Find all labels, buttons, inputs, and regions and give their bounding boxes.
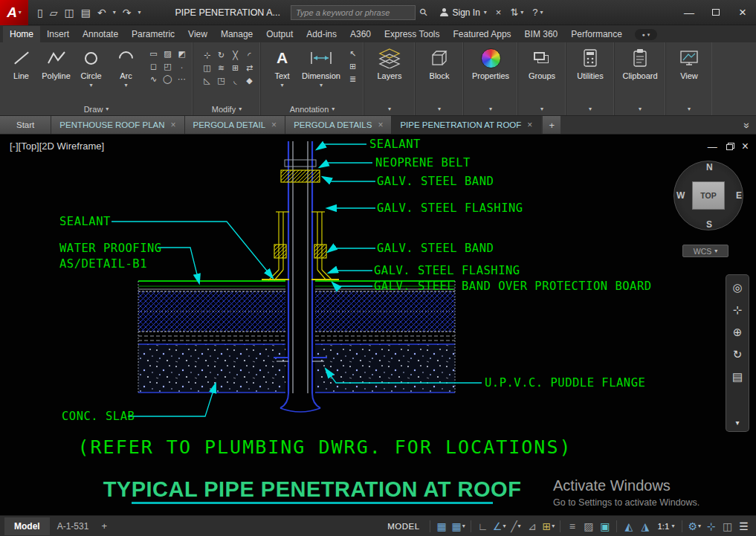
ribbon-tab-annotate[interactable]: Annotate <box>76 26 125 42</box>
label-steel-band-1[interactable]: GALV. STEEL BAND <box>377 175 494 188</box>
label-steel-flashing-2[interactable]: GALV. STEEL FLASHING <box>374 264 520 277</box>
viewcube-north[interactable]: N <box>706 162 713 172</box>
doc-tab-penthouse-roof-plan[interactable]: PENTHOUSE ROOF PLAN × <box>51 116 184 134</box>
polar-tracking-icon[interactable]: ∠▾ <box>491 518 508 535</box>
explode-icon[interactable]: ◆ <box>242 74 256 87</box>
new-file-icon[interactable]: ▯ <box>37 7 43 19</box>
workspace-switching-icon[interactable]: ⚙▾ <box>686 518 702 535</box>
ribbon-tab-bim360[interactable]: BIM 360 <box>518 26 565 42</box>
cad-drawing[interactable]: SEALANT NEOPRENE BELT GALV. STEEL BAND G… <box>0 135 756 515</box>
close-icon[interactable]: × <box>527 120 532 130</box>
circle-tool-button[interactable]: Circle ▾ <box>74 45 109 88</box>
undo-caret-icon[interactable]: ▾ <box>113 9 116 16</box>
array-icon[interactable]: ⊞ <box>228 62 242 74</box>
clipboard-button[interactable]: Clipboard <box>618 45 662 80</box>
dimension-tool-button[interactable]: Dimension ▾ <box>300 45 343 88</box>
polyline-tool-button[interactable]: Polyline <box>39 45 74 80</box>
neoprene-belt-detail[interactable] <box>285 160 316 167</box>
more-tools-icon[interactable]: ⋯ <box>175 73 189 85</box>
annotation-panel-foot[interactable]: Annotation ▾ <box>261 103 364 115</box>
scale-icon[interactable]: ◳ <box>214 74 228 87</box>
viewcube[interactable]: N S W E TOP <box>671 158 746 233</box>
ribbon-tab-home[interactable]: Home <box>3 26 40 42</box>
viewcube-top-face[interactable]: TOP <box>692 181 725 210</box>
label-steel-band-2[interactable]: GALV. STEEL BAND <box>377 242 494 255</box>
a360-sync-icon[interactable]: ⇅ <box>510 7 518 18</box>
close-button[interactable]: × <box>729 1 756 24</box>
ortho-mode-icon[interactable]: ∟ <box>475 518 491 535</box>
showmotion-icon[interactable]: ▤ <box>732 371 743 382</box>
view-button[interactable]: View <box>670 45 708 80</box>
table-icon[interactable]: ⊞ <box>346 60 360 73</box>
redo-icon[interactable]: ↷ <box>123 7 132 19</box>
chevron-down-icon[interactable]: ▾ <box>540 9 543 16</box>
tab-overflow-chevrons-icon[interactable]: » <box>741 123 753 127</box>
erase-icon[interactable]: ◺ <box>200 74 214 87</box>
utilities-panel-foot[interactable]: ▾ <box>566 103 614 115</box>
chamfer-icon[interactable]: ◟ <box>228 74 242 87</box>
stretch-icon[interactable]: ⇄ <box>242 62 256 74</box>
groups-panel-foot[interactable]: ▾ <box>518 103 566 115</box>
label-conc-slab[interactable]: CONC. SLAB <box>62 410 135 423</box>
region-icon[interactable]: ◰ <box>161 60 175 73</box>
lineweight-icon[interactable]: ≡ <box>564 518 580 535</box>
line-tool-button[interactable]: Line <box>4 45 39 80</box>
search-icon[interactable]: ⚲ <box>417 6 430 19</box>
modify-panel-foot[interactable]: Modify ▾ <box>193 103 260 115</box>
fillet-icon[interactable]: ◜ <box>242 49 256 62</box>
draw-panel-footer[interactable]: Draw ▾ <box>0 103 193 115</box>
object-snap-tracking-icon[interactable]: ⊿ <box>524 518 540 535</box>
undo-icon[interactable]: ↶ <box>97 7 106 19</box>
ribbon-tab-insert[interactable]: Insert <box>40 26 76 42</box>
drawing-title[interactable]: TYPICAL PIPE PENETRATION AT ROOF <box>103 477 522 501</box>
annotation-monitor-icon[interactable]: ⊹ <box>703 518 719 535</box>
ribbon-tab-express-tools[interactable]: Express Tools <box>378 26 446 42</box>
transparency-icon[interactable]: ▨ <box>581 518 596 535</box>
annotation-scale-button[interactable]: 1:1▾ <box>653 522 678 531</box>
ellipse-icon[interactable]: ◯ <box>161 73 175 85</box>
close-icon[interactable]: × <box>378 120 383 130</box>
rotate-icon[interactable]: ↻ <box>214 49 228 62</box>
model-space-tab[interactable]: Model <box>4 517 50 535</box>
navbar-menu-icon[interactable]: ▾ <box>735 419 739 427</box>
orbit-icon[interactable]: ↻ <box>733 349 743 360</box>
new-drawing-tab-button[interactable]: + <box>543 116 560 134</box>
model-paper-toggle[interactable]: MODEL <box>381 522 425 531</box>
spline-icon[interactable]: ∿ <box>146 73 161 85</box>
drawing-note[interactable]: (REFER TO PLUMBING DWRG. FOR LOCATIONS) <box>78 436 572 458</box>
ribbon-tab-performance[interactable]: Performance <box>564 26 629 42</box>
layers-button[interactable]: Layers <box>368 45 411 80</box>
maximize-button[interactable] <box>702 1 729 24</box>
annotation-autoscale-icon[interactable]: ◮ <box>637 518 653 535</box>
customization-icon[interactable]: ☰ <box>736 518 752 535</box>
rectangle-icon[interactable]: ▭ <box>146 48 161 60</box>
doc-restore-button[interactable] <box>726 141 733 152</box>
roof-assembly-right[interactable] <box>315 281 455 393</box>
snap-mode-icon[interactable]: ▦▾ <box>450 518 467 535</box>
view-panel-foot[interactable]: ▾ <box>666 103 712 115</box>
label-steel-flashing-1[interactable]: GALV. STEEL FLASHING <box>377 201 523 215</box>
point-icon[interactable]: ∙ <box>175 60 189 73</box>
drawing-canvas[interactable]: SEALANT NEOPRENE BELT GALV. STEEL BAND G… <box>0 135 756 515</box>
help-icon[interactable]: ? <box>532 7 537 18</box>
move-icon[interactable]: ⊹ <box>200 49 214 62</box>
flashing-and-bands[interactable] <box>262 170 339 280</box>
wcs-selector[interactable]: WCS ▾ <box>682 245 728 257</box>
open-file-icon[interactable]: ▱ <box>50 7 58 19</box>
save-icon[interactable]: ◫ <box>65 7 74 19</box>
close-icon[interactable]: × <box>171 120 176 130</box>
label-sealant-left[interactable]: SEALANT <box>59 215 111 228</box>
viewcube-west[interactable]: W <box>676 190 685 201</box>
annotation-visibility-icon[interactable]: ◭ <box>621 518 636 535</box>
properties-panel-foot[interactable]: ▾ <box>464 103 517 115</box>
hatch-icon[interactable]: ▨ <box>161 48 175 60</box>
ribbon-tab-manage[interactable]: Manage <box>214 26 259 42</box>
layout-tab-a-1-531[interactable]: A-1-531 <box>50 517 97 535</box>
leader-icon[interactable]: ↖ <box>346 48 360 60</box>
doc-tab-pergola-details[interactable]: PERGOLA DETAILS × <box>285 116 392 134</box>
mirror-icon[interactable]: ◫ <box>200 62 214 74</box>
doc-minimize-button[interactable]: — <box>708 141 717 152</box>
chevron-down-icon[interactable]: ▾ <box>520 9 523 16</box>
ribbon-display-toggle[interactable]: ● ▾ <box>635 29 657 40</box>
mtext-icon[interactable]: ≣ <box>346 73 360 85</box>
